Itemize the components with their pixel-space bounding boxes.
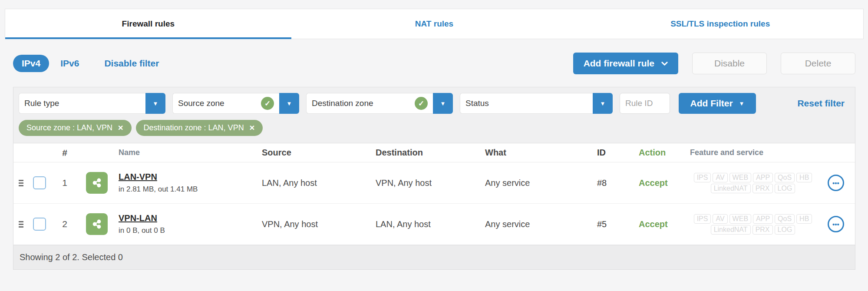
active-filter-chips: Source zone : LAN, VPN ✕ Destination zon…: [13, 118, 855, 143]
source-zone-label: Source zone: [178, 99, 255, 108]
row-menu-icon[interactable]: •••: [828, 216, 844, 232]
tab-firewall-rules[interactable]: Firewall rules: [5, 9, 291, 39]
toolbar: IPv4 IPv6 Disable filter Add firewall ru…: [13, 52, 855, 75]
status-label: Status: [465, 99, 587, 108]
feature-badge: PRX: [752, 225, 773, 235]
tab-nat-rules[interactable]: NAT rules: [291, 9, 578, 39]
filter-row: Rule type ▼ Source zone ✓ ▼ Destination …: [13, 87, 855, 118]
rule-share-icon[interactable]: [86, 172, 108, 194]
feature-badge: PRX: [752, 184, 773, 193]
rule-type-label: Rule type: [24, 99, 140, 108]
rule-what: Any service: [482, 219, 594, 229]
tab-label: SSL/TLS inspection rules: [670, 19, 770, 29]
rule-traffic: in 2.81 MB, out 1.41 MB: [119, 185, 255, 194]
remove-chip-icon[interactable]: ✕: [249, 124, 255, 132]
row-menu-icon[interactable]: •••: [828, 175, 844, 191]
tab-ssl-tls-inspection-rules[interactable]: SSL/TLS inspection rules: [577, 9, 863, 39]
row-checkbox[interactable]: [33, 176, 46, 189]
tab-label: Firewall rules: [122, 19, 175, 29]
rule-name-link[interactable]: LAN-VPN: [119, 172, 255, 182]
feature-badge: WEB: [729, 173, 751, 182]
feature-badge: APP: [753, 214, 773, 224]
chevron-down-icon: ▼: [153, 101, 158, 106]
chip-label: Destination zone : LAN, VPN: [144, 123, 244, 132]
delete-button[interactable]: Delete: [781, 53, 855, 74]
rules-panel: Rule type ▼ Source zone ✓ ▼ Destination …: [13, 87, 855, 270]
ipv6-toggle[interactable]: IPv6: [60, 58, 79, 69]
status-dropdown-button[interactable]: ▼: [593, 93, 613, 114]
rule-action: Accept: [635, 219, 686, 229]
add-filter-label: Add Filter: [690, 98, 733, 109]
filter-status: Status ▼: [460, 93, 613, 114]
feature-badge: AV: [713, 173, 727, 182]
filter-active-check-icon: ✓: [261, 97, 274, 110]
ipv4-toggle[interactable]: IPv4: [13, 55, 49, 72]
chip-label: Source zone : LAN, VPN: [26, 123, 112, 132]
chevron-down-icon: ▼: [287, 101, 292, 106]
rule-source: VPN, Any host: [258, 219, 372, 229]
filter-rule-type: Rule type ▼: [19, 93, 165, 114]
source-zone-dropdown[interactable]: Source zone ✓: [172, 93, 279, 114]
rule-source: LAN, Any host: [258, 178, 372, 188]
feature-badge: IPS: [694, 214, 711, 224]
row-checkbox[interactable]: [33, 218, 46, 231]
header-destination: Destination: [372, 148, 482, 158]
remove-chip-icon[interactable]: ✕: [118, 124, 123, 132]
showing-status-text: Showing 2 of 2. Selected 0: [20, 252, 123, 262]
filter-active-check-icon: ✓: [415, 97, 428, 110]
row-number: 2: [51, 219, 79, 229]
disable-button[interactable]: Disable: [692, 53, 767, 74]
table-footer: Showing 2 of 2. Selected 0: [13, 245, 855, 269]
rule-type-dropdown-button[interactable]: ▼: [145, 93, 165, 114]
destination-zone-dropdown[interactable]: Destination zone ✓: [306, 93, 433, 114]
add-firewall-rule-button[interactable]: Add firewall rule: [573, 53, 678, 74]
chevron-down-icon: [661, 60, 668, 67]
rule-destination: VPN, Any host: [372, 178, 482, 188]
header-id: ID: [594, 148, 635, 158]
tab-label: NAT rules: [415, 19, 453, 29]
rule-destination: LAN, Any host: [372, 219, 482, 229]
table-row: 1 LAN-VPN in 2.81 MB, out 1.41 MB LAN, A…: [13, 162, 855, 204]
rule-action: Accept: [635, 178, 686, 188]
disable-filter-link[interactable]: Disable filter: [104, 58, 159, 69]
feature-badge: LinkedNAT: [711, 184, 751, 193]
header-source: Source: [258, 148, 372, 158]
feature-badge: IPS: [694, 173, 711, 182]
rule-what: Any service: [482, 178, 594, 188]
drag-handle-icon[interactable]: [19, 221, 23, 228]
drag-handle-icon[interactable]: [19, 180, 23, 186]
status-dropdown[interactable]: Status: [460, 93, 593, 114]
tab-bar: Firewall rules NAT rules SSL/TLS inspect…: [5, 9, 864, 39]
feature-badge: WEB: [729, 214, 751, 224]
filter-source-zone: Source zone ✓ ▼: [172, 93, 299, 114]
header-feature-and-service: Feature and service: [686, 148, 817, 157]
rules-table: # Name Source Destination What ID Action…: [13, 143, 855, 269]
rule-id-input[interactable]: [620, 93, 670, 114]
feature-badge: AV: [713, 214, 727, 224]
header-action: Action: [635, 148, 686, 158]
rule-traffic: in 0 B, out 0 B: [119, 226, 255, 235]
rule-type-dropdown[interactable]: Rule type: [19, 93, 145, 114]
add-firewall-rule-label: Add firewall rule: [584, 58, 654, 69]
feature-badge: LOG: [775, 225, 795, 235]
chevron-down-icon: ▼: [739, 101, 745, 106]
feature-badges: IPS AV WEB APP QoS HB LinkedNAT PRX LOG: [690, 173, 816, 193]
table-header: # Name Source Destination What ID Action…: [13, 143, 855, 162]
destination-zone-dropdown-button[interactable]: ▼: [433, 93, 453, 114]
source-zone-dropdown-button[interactable]: ▼: [279, 93, 299, 114]
feature-badge: LOG: [775, 184, 795, 193]
destination-zone-label: Destination zone: [312, 99, 409, 108]
rule-share-icon[interactable]: [86, 213, 108, 235]
add-filter-button[interactable]: Add Filter ▼: [679, 93, 756, 114]
feature-badge: APP: [753, 173, 773, 182]
header-name: Name: [115, 148, 258, 157]
feature-badge: HB: [796, 173, 812, 182]
filter-chip-source-zone: Source zone : LAN, VPN ✕: [19, 120, 132, 136]
header-number: #: [51, 148, 79, 158]
reset-filter-link[interactable]: Reset filter: [797, 98, 845, 109]
chevron-down-icon: ▼: [600, 101, 606, 106]
filter-destination-zone: Destination zone ✓ ▼: [306, 93, 453, 114]
feature-badges: IPS AV WEB APP QoS HB LinkedNAT PRX LOG: [690, 214, 816, 235]
feature-badge: QoS: [775, 214, 795, 224]
rule-name-link[interactable]: VPN-LAN: [119, 213, 255, 223]
